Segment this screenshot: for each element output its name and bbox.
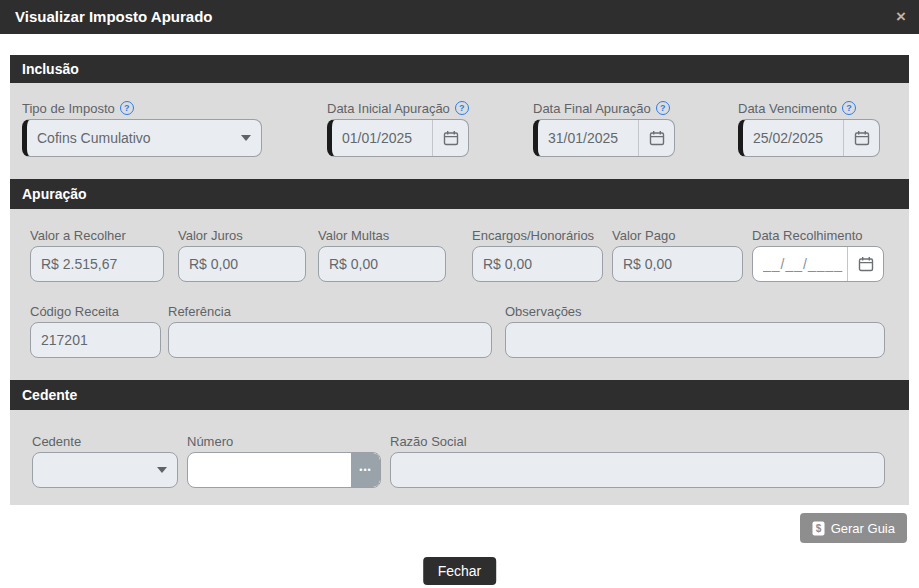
valor-juros-value: R$ 0,00 xyxy=(189,256,295,272)
field-valor-pago: Valor Pago R$ 0,00 xyxy=(612,227,743,282)
chevron-down-icon xyxy=(157,467,167,473)
calendar-icon xyxy=(443,130,459,146)
numero-input[interactable]: ••• xyxy=(187,452,381,488)
field-observacoes: Observações xyxy=(505,303,885,358)
numero-search-button[interactable]: ••• xyxy=(351,453,380,487)
help-icon[interactable]: ? xyxy=(455,101,469,115)
valor-pago-value: R$ 0,00 xyxy=(623,256,732,272)
field-numero: Número ••• xyxy=(187,433,381,488)
data-recolhimento-label: Data Recolhimento xyxy=(752,228,863,243)
data-final-calendar-button[interactable] xyxy=(638,120,674,156)
ellipsis-icon: ••• xyxy=(359,465,371,475)
codigo-receita-input[interactable]: 217201 xyxy=(30,322,161,358)
tipo-imposto-select[interactable]: Cofins Cumulativo xyxy=(22,119,262,157)
encargos-honorarios-label: Encargos/Honorários xyxy=(472,228,594,243)
valor-multas-input[interactable]: R$ 0,00 xyxy=(318,246,446,282)
valor-pago-label: Valor Pago xyxy=(612,228,675,243)
data-recolhimento-input[interactable]: __/__/____ xyxy=(752,246,884,282)
data-vencimento-input[interactable]: 25/02/2025 xyxy=(738,119,880,157)
field-referencia: Referência xyxy=(168,303,492,358)
section-apuracao: Apuração Valor a Recolher R$ 2.515,67 Va… xyxy=(10,179,909,380)
section-cedente-body: Cedente Número ••• Razão Social xyxy=(10,410,909,505)
data-inicial-value: 01/01/2025 xyxy=(342,130,432,146)
data-final-value: 31/01/2025 xyxy=(548,130,638,146)
field-encargos-honorarios: Encargos/Honorários R$ 0,00 xyxy=(472,227,603,282)
visualizar-imposto-modal: Visualizar Imposto Apurado × Inclusão Ti… xyxy=(0,0,919,588)
observacoes-input[interactable] xyxy=(505,322,885,358)
section-apuracao-body: Valor a Recolher R$ 2.515,67 Valor Juros… xyxy=(10,209,909,380)
section-cedente-title: Cedente xyxy=(10,380,909,410)
data-inicial-input[interactable]: 01/01/2025 xyxy=(327,119,469,157)
chevron-down-icon xyxy=(241,135,251,141)
data-vencimento-calendar-button[interactable] xyxy=(843,120,879,156)
fechar-button[interactable]: Fechar xyxy=(423,557,497,585)
encargos-honorarios-value: R$ 0,00 xyxy=(483,256,592,272)
referencia-label: Referência xyxy=(168,304,231,319)
valor-a-recolher-label: Valor a Recolher xyxy=(30,228,126,243)
field-data-inicial-apuracao: Data Inicial Apuração ? 01/01/2025 xyxy=(327,100,469,157)
tipo-imposto-label: Tipo de Imposto xyxy=(22,101,115,116)
field-tipo-de-imposto: Tipo de Imposto ? Cofins Cumulativo xyxy=(22,100,262,157)
valor-a-recolher-input[interactable]: R$ 2.515,67 xyxy=(30,246,164,282)
section-inclusao-title: Inclusão xyxy=(10,55,909,83)
field-codigo-receita: Código Receita 217201 xyxy=(30,303,161,358)
field-data-vencimento: Data Vencimento ? 25/02/2025 xyxy=(738,100,880,157)
codigo-receita-label: Código Receita xyxy=(30,304,119,319)
data-vencimento-label: Data Vencimento xyxy=(738,101,837,116)
money-document-icon: $ xyxy=(812,521,825,536)
cedente-select[interactable] xyxy=(32,452,178,488)
gerar-guia-label: Gerar Guia xyxy=(831,521,895,536)
field-razao-social: Razão Social xyxy=(390,433,885,488)
help-icon[interactable]: ? xyxy=(842,101,856,115)
help-icon[interactable]: ? xyxy=(120,101,134,115)
modal-title: Visualizar Imposto Apurado xyxy=(0,0,919,34)
modal-titlebar: Visualizar Imposto Apurado × xyxy=(0,0,919,34)
valor-a-recolher-value: R$ 2.515,67 xyxy=(41,256,153,272)
section-cedente: Cedente Cedente Número ••• Razão Social xyxy=(10,380,909,505)
data-recolhimento-value: __/__/____ xyxy=(763,256,847,272)
field-valor-multas: Valor Multas R$ 0,00 xyxy=(318,227,446,282)
encargos-honorarios-input[interactable]: R$ 0,00 xyxy=(472,246,603,282)
gerar-guia-button[interactable]: $ Gerar Guia xyxy=(800,513,907,543)
section-inclusao-body: Tipo de Imposto ? Cofins Cumulativo Data… xyxy=(10,83,909,179)
referencia-input[interactable] xyxy=(168,322,492,358)
codigo-receita-value: 217201 xyxy=(41,332,150,348)
section-inclusao: Inclusão Tipo de Imposto ? Cofins Cumula… xyxy=(10,55,909,179)
close-icon[interactable]: × xyxy=(896,0,906,34)
calendar-icon xyxy=(854,130,870,146)
calendar-icon xyxy=(858,256,874,272)
observacoes-label: Observações xyxy=(505,304,582,319)
field-data-recolhimento: Data Recolhimento __/__/____ xyxy=(752,227,884,282)
valor-multas-label: Valor Multas xyxy=(318,228,389,243)
valor-multas-value: R$ 0,00 xyxy=(329,256,435,272)
valor-pago-input[interactable]: R$ 0,00 xyxy=(612,246,743,282)
data-vencimento-value: 25/02/2025 xyxy=(753,130,843,146)
tipo-imposto-value: Cofins Cumulativo xyxy=(37,130,241,146)
valor-juros-input[interactable]: R$ 0,00 xyxy=(178,246,306,282)
field-valor-juros: Valor Juros R$ 0,00 xyxy=(178,227,306,282)
valor-juros-label: Valor Juros xyxy=(178,228,243,243)
help-icon[interactable]: ? xyxy=(656,101,670,115)
razao-social-label: Razão Social xyxy=(390,434,467,449)
field-data-final-apuracao: Data Final Apuração ? 31/01/2025 xyxy=(533,100,675,157)
razao-social-input[interactable] xyxy=(390,452,885,488)
data-recolhimento-calendar-button[interactable] xyxy=(847,247,883,281)
field-cedente: Cedente xyxy=(32,433,178,488)
numero-label: Número xyxy=(187,434,233,449)
data-inicial-calendar-button[interactable] xyxy=(432,120,468,156)
section-apuracao-title: Apuração xyxy=(10,179,909,209)
data-final-input[interactable]: 31/01/2025 xyxy=(533,119,675,157)
data-inicial-label: Data Inicial Apuração xyxy=(327,101,450,116)
calendar-icon xyxy=(649,130,665,146)
svg-text:$: $ xyxy=(815,523,821,534)
field-valor-a-recolher: Valor a Recolher R$ 2.515,67 xyxy=(30,227,164,282)
data-final-label: Data Final Apuração xyxy=(533,101,651,116)
cedente-label: Cedente xyxy=(32,434,81,449)
